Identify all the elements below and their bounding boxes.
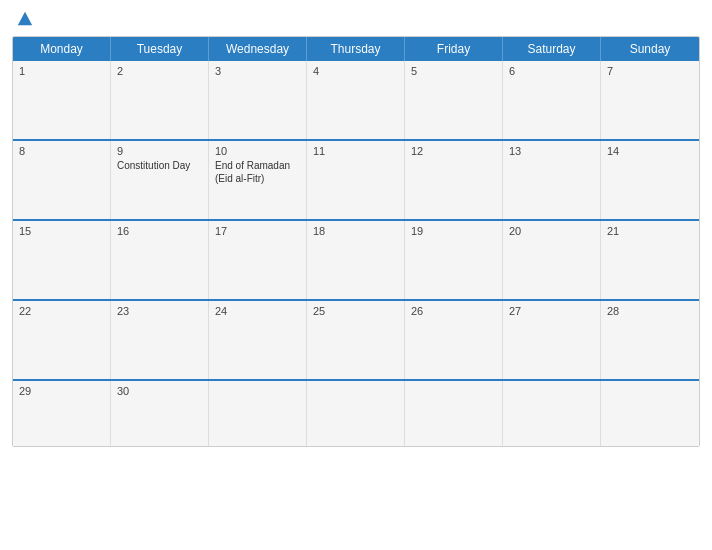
day-cell: 17 <box>209 221 307 299</box>
day-cell: 25 <box>307 301 405 379</box>
day-number: 29 <box>19 385 104 397</box>
day-cell: 26 <box>405 301 503 379</box>
day-cell: 1 <box>13 61 111 139</box>
day-number: 12 <box>411 145 496 157</box>
day-number: 16 <box>117 225 202 237</box>
day-number: 15 <box>19 225 104 237</box>
logo-triangle-icon <box>16 10 34 28</box>
day-cell <box>209 381 307 446</box>
svg-marker-0 <box>18 12 32 25</box>
day-cell: 5 <box>405 61 503 139</box>
calendar-header <box>12 10 700 28</box>
week-row-2: 89Constitution Day10End of Ramadan (Eid … <box>13 139 699 219</box>
day-cell: 14 <box>601 141 699 219</box>
day-cell: 27 <box>503 301 601 379</box>
day-cell: 18 <box>307 221 405 299</box>
day-number: 17 <box>215 225 300 237</box>
day-number: 27 <box>509 305 594 317</box>
day-number: 3 <box>215 65 300 77</box>
day-number: 7 <box>607 65 693 77</box>
day-cell <box>601 381 699 446</box>
day-cell <box>503 381 601 446</box>
day-number: 4 <box>313 65 398 77</box>
day-number: 2 <box>117 65 202 77</box>
day-number: 20 <box>509 225 594 237</box>
day-number: 9 <box>117 145 202 157</box>
day-cell <box>307 381 405 446</box>
day-number: 21 <box>607 225 693 237</box>
day-number: 30 <box>117 385 202 397</box>
day-cell: 19 <box>405 221 503 299</box>
day-cell: 2 <box>111 61 209 139</box>
day-number: 8 <box>19 145 104 157</box>
day-cell: 20 <box>503 221 601 299</box>
day-cell: 6 <box>503 61 601 139</box>
day-number: 28 <box>607 305 693 317</box>
week-row-5: 2930 <box>13 379 699 446</box>
calendar-container: MondayTuesdayWednesdayThursdayFridaySatu… <box>0 0 712 550</box>
event-label: Constitution Day <box>117 159 202 172</box>
day-header-sunday: Sunday <box>601 37 699 61</box>
calendar-grid: MondayTuesdayWednesdayThursdayFridaySatu… <box>12 36 700 447</box>
day-cell: 12 <box>405 141 503 219</box>
day-header-saturday: Saturday <box>503 37 601 61</box>
day-number: 5 <box>411 65 496 77</box>
day-cell: 13 <box>503 141 601 219</box>
day-cell: 22 <box>13 301 111 379</box>
day-cell: 28 <box>601 301 699 379</box>
day-header-wednesday: Wednesday <box>209 37 307 61</box>
day-cell <box>405 381 503 446</box>
day-number: 11 <box>313 145 398 157</box>
day-cell: 29 <box>13 381 111 446</box>
day-header-thursday: Thursday <box>307 37 405 61</box>
day-header-tuesday: Tuesday <box>111 37 209 61</box>
day-cell: 8 <box>13 141 111 219</box>
day-cell: 15 <box>13 221 111 299</box>
week-row-4: 22232425262728 <box>13 299 699 379</box>
day-cell: 11 <box>307 141 405 219</box>
day-cell: 7 <box>601 61 699 139</box>
weeks-container: 123456789Constitution Day10End of Ramada… <box>13 61 699 446</box>
event-label: End of Ramadan (Eid al-Fitr) <box>215 159 300 185</box>
day-number: 14 <box>607 145 693 157</box>
day-cell: 3 <box>209 61 307 139</box>
day-number: 1 <box>19 65 104 77</box>
day-cell: 21 <box>601 221 699 299</box>
day-cell: 4 <box>307 61 405 139</box>
week-row-1: 1234567 <box>13 61 699 139</box>
day-cell: 30 <box>111 381 209 446</box>
day-cell: 24 <box>209 301 307 379</box>
day-number: 25 <box>313 305 398 317</box>
day-number: 23 <box>117 305 202 317</box>
day-number: 10 <box>215 145 300 157</box>
day-cell: 16 <box>111 221 209 299</box>
day-number: 26 <box>411 305 496 317</box>
day-number: 24 <box>215 305 300 317</box>
day-number: 22 <box>19 305 104 317</box>
logo <box>14 10 34 28</box>
day-number: 13 <box>509 145 594 157</box>
day-cell: 23 <box>111 301 209 379</box>
day-header-monday: Monday <box>13 37 111 61</box>
day-number: 6 <box>509 65 594 77</box>
day-number: 19 <box>411 225 496 237</box>
day-cell: 9Constitution Day <box>111 141 209 219</box>
week-row-3: 15161718192021 <box>13 219 699 299</box>
day-number: 18 <box>313 225 398 237</box>
day-header-friday: Friday <box>405 37 503 61</box>
day-headers-row: MondayTuesdayWednesdayThursdayFridaySatu… <box>13 37 699 61</box>
day-cell: 10End of Ramadan (Eid al-Fitr) <box>209 141 307 219</box>
